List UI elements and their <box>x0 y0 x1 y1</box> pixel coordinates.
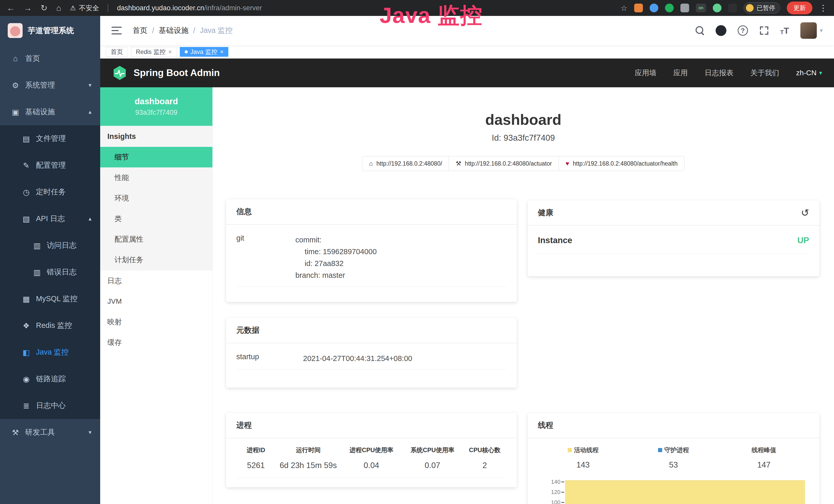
chevron-up-icon: ▴ <box>89 109 91 115</box>
font-size-icon[interactable]: TT <box>780 26 789 36</box>
sba-item-logs[interactable]: 日志 <box>100 271 213 291</box>
sba-item-metrics[interactable]: 性能 <box>100 167 213 188</box>
sba-item-environment[interactable]: 环境 <box>100 188 213 208</box>
sba-item-jvm[interactable]: JVM <box>100 291 213 312</box>
close-icon[interactable]: × <box>168 49 172 55</box>
sidebar-item-tracing[interactable]: ◉ 链路追踪 <box>0 366 100 392</box>
tools-icon: ⚒ <box>10 428 21 437</box>
actuator-url-button[interactable]: ⚒ http://192.168.0.2:48080/actuator <box>449 156 559 171</box>
extension-icon-4[interactable] <box>713 4 722 12</box>
site-security-chip[interactable]: ⚠ 不安全 <box>70 4 99 13</box>
legend-swatch-blue <box>658 448 662 452</box>
extension-icon-3[interactable] <box>665 4 674 12</box>
sba-nav-wallboard[interactable]: 应用墙 <box>635 68 657 78</box>
info-card-header: 信息 <box>226 199 517 225</box>
metadata-value: 2021-04-27T00:44:31.254+08:00 <box>303 352 412 364</box>
sba-brand[interactable]: Spring Boot Admin <box>134 68 220 78</box>
y-axis-tick <box>562 482 564 482</box>
back-icon[interactable]: ← <box>7 3 15 13</box>
help-icon[interactable]: ? <box>738 25 748 36</box>
tab-java-monitor[interactable]: Java 监控 × <box>180 47 228 57</box>
brand-row[interactable]: 芋道管理系统 <box>0 16 100 45</box>
table-row[interactable]: Instance UP <box>538 233 809 254</box>
url-bar[interactable]: dashboard.yudao.iocoder.cn/infra/admin-s… <box>117 4 262 12</box>
tab-home[interactable]: 首页 <box>106 47 128 57</box>
sba-item-classes[interactable]: 类 <box>100 208 213 229</box>
sba-sidebar-bottom: 日志 JVM 映射 缓存 <box>100 271 213 353</box>
extension-icon-1[interactable] <box>634 4 643 12</box>
process-col-uptime: 运行时间 6d 23h 15m 59s <box>276 446 341 470</box>
profile-paused-badge[interactable]: 已暂停 <box>744 2 780 14</box>
sidebar-item-config-mgmt[interactable]: ✎ 配置管理 <box>0 152 100 179</box>
health-url-button[interactable]: ♥ http://192.168.0.2:48080/actuator/heal… <box>559 156 684 171</box>
sba-nav-applications[interactable]: 应用 <box>674 68 688 78</box>
sidebar-item-java-monitor[interactable]: ◧ Java 监控 <box>0 339 100 366</box>
sidebar-item-scheduled-jobs[interactable]: ◷ 定时任务 <box>0 179 100 205</box>
info-value: commit: time: 1596289704000 id: 27aa832 … <box>295 234 377 281</box>
github-icon[interactable] <box>716 25 726 36</box>
sidebar-item-access-logs[interactable]: ▥ 访问日志 <box>0 232 100 259</box>
sidebar-item-api-logs[interactable]: ▧ API 日志 ▴ <box>0 205 100 232</box>
trace-icon: ◉ <box>21 374 32 384</box>
sba-item-scheduled-tasks[interactable]: 计划任务 <box>100 250 213 270</box>
sba-locale-select[interactable]: zh-CN ▾ <box>796 69 822 77</box>
search-icon[interactable] <box>696 26 704 35</box>
breadcrumb-home[interactable]: 首页 <box>133 25 148 36</box>
close-icon[interactable]: × <box>220 49 223 55</box>
sba-nav-about[interactable]: 关于我们 <box>750 68 779 78</box>
breadcrumb-current: Java 监控 <box>200 25 233 36</box>
sidebar-item-error-logs[interactable]: ▥ 错误日志 <box>0 259 100 285</box>
sba-item-caches[interactable]: 缓存 <box>100 332 213 353</box>
y-axis-tick-label: 100 <box>551 499 561 504</box>
metadata-card-body: startup 2021-04-27T00:44:31.254+08:00 <box>226 343 517 377</box>
sidebar-item-label: API 日志 <box>36 214 65 224</box>
java-monitor-icon: ◧ <box>21 348 32 357</box>
extension-badge-on[interactable]: on <box>696 4 706 12</box>
chrome-update-button[interactable]: 更新 <box>787 2 812 15</box>
sba-nav-journal[interactable]: 日志报表 <box>705 68 733 78</box>
health-card-header: 健康 ↺ <box>528 200 819 226</box>
process-table: 进程ID 5261 运行时间 6d 23h 15m 59s 进程CPU使用率 0… <box>236 439 506 478</box>
health-instance-label: Instance <box>538 235 572 245</box>
sidebar-item-dev-tools[interactable]: ⚒ 研发工具 ▾ <box>0 419 100 446</box>
sidebar-item-label: 错误日志 <box>47 267 76 277</box>
sidebar-item-infrastructure[interactable]: ▣ 基础设施 ▴ <box>0 98 100 125</box>
tab-label: 首页 <box>111 48 123 56</box>
sidebar-item-home[interactable]: ⌂ 首页 <box>0 45 100 72</box>
extension-icon-2[interactable] <box>650 4 658 12</box>
extension-icon-5[interactable] <box>728 4 737 12</box>
card-title: 元数据 <box>236 325 259 336</box>
bookmark-star-icon[interactable]: ☆ <box>620 4 628 13</box>
sidebar-item-mysql-monitor[interactable]: ▦ MySQL 监控 <box>0 285 100 312</box>
puzzle-extension-icon[interactable] <box>680 4 689 12</box>
instance-header[interactable]: dashboard 93a3fc7f7409 <box>100 87 213 126</box>
chrome-menu-icon[interactable]: ⋮ <box>819 3 827 13</box>
breadcrumb-infrastructure[interactable]: 基础设施 <box>159 25 189 36</box>
sba-item-mappings[interactable]: 映射 <box>100 312 213 332</box>
threads-legend: 活动线程 143 守护进程 53 线程峰值 <box>538 439 809 469</box>
edit-icon: ✎ <box>21 161 32 170</box>
user-avatar-menu[interactable]: ▾ <box>800 22 823 39</box>
fullscreen-icon[interactable] <box>759 26 769 36</box>
sidebar-item-file-mgmt[interactable]: ▤ 文件管理 <box>0 125 100 152</box>
legend-label-text: 线程峰值 <box>751 446 776 454</box>
sba-item-details[interactable]: 细节 <box>100 147 213 167</box>
history-icon[interactable]: ↺ <box>801 208 809 218</box>
sba-item-config-props[interactable]: 配置属性 <box>100 229 213 250</box>
home-icon[interactable]: ⌂ <box>56 3 61 13</box>
hamburger-icon[interactable] <box>111 27 122 35</box>
threads-card-header: 线程 <box>528 413 819 438</box>
y-axis-tick <box>562 502 564 503</box>
clock-icon: ◷ <box>21 188 32 197</box>
forward-icon[interactable]: → <box>24 3 32 13</box>
sidebar-item-system-mgmt[interactable]: ⚙ 系统管理 ▾ <box>0 72 100 98</box>
locale-label: zh-CN <box>796 69 816 77</box>
sidebar-item-redis-monitor[interactable]: ❖ Redis 监控 <box>0 312 100 339</box>
tab-redis-monitor[interactable]: Redis 监控 × <box>131 47 177 57</box>
service-url-button[interactable]: ⌂ http://192.168.0.2:48080/ <box>362 156 449 171</box>
active-tab-dot <box>185 50 188 53</box>
reload-icon[interactable]: ↻ <box>41 3 47 13</box>
mysql-icon: ▦ <box>21 295 32 303</box>
sidebar-item-label: 研发工具 <box>25 427 55 437</box>
sidebar-item-log-center[interactable]: ≣ 日志中心 <box>0 392 100 419</box>
